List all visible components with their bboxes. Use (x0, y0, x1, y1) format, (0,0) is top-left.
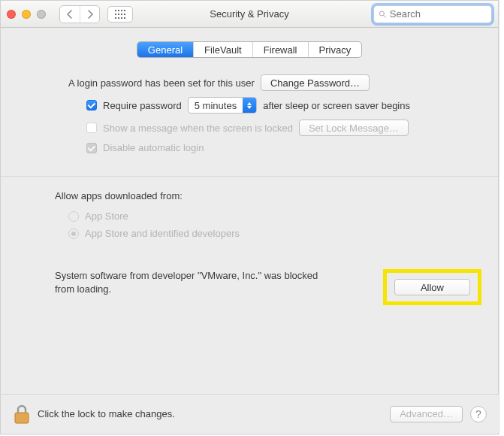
lock-icon[interactable] (14, 404, 30, 424)
gatekeeper-heading: Allow apps downloaded from: (55, 190, 474, 201)
allow-highlight: Allow (383, 269, 481, 305)
svg-rect-10 (121, 17, 122, 19)
show-lock-message-checkbox (86, 123, 97, 133)
minimize-icon[interactable] (22, 10, 31, 19)
radio-identified-developers (68, 229, 79, 239)
change-password-button[interactable]: Change Password… (261, 74, 370, 91)
radio-app-store-label: App Store (85, 210, 128, 222)
require-password-delay-value: 5 minutes (189, 100, 243, 111)
tab-firewall[interactable]: Firewall (252, 42, 308, 57)
content: General FileVault Firewall Privacy A log… (1, 28, 498, 305)
forward-button[interactable] (80, 6, 99, 23)
require-password-delay-popup[interactable]: 5 minutes (188, 97, 257, 114)
svg-rect-2 (121, 10, 122, 11)
help-button[interactable]: ? (470, 406, 487, 422)
search-field[interactable] (373, 5, 492, 23)
window-controls (7, 10, 46, 19)
titlebar: Security & Privacy (1, 1, 498, 28)
require-password-checkbox[interactable] (86, 100, 97, 111)
svg-rect-0 (115, 10, 116, 11)
radio-identified-developers-label: App Store and identified developers (85, 228, 240, 239)
svg-rect-7 (124, 14, 125, 15)
show-lock-message-label: Show a message when the screen is locked (103, 123, 293, 134)
back-button[interactable] (60, 6, 80, 23)
svg-rect-4 (115, 14, 116, 15)
blocked-kext-row: System software from developer "VMware, … (17, 269, 481, 305)
tab-segmented: General FileVault Firewall Privacy (137, 41, 362, 58)
search-input[interactable] (390, 8, 487, 20)
gatekeeper-section: Allow apps downloaded from: App Store Ap… (17, 190, 481, 239)
svg-rect-14 (15, 413, 29, 423)
disable-auto-login-label: Disable automatic login (103, 142, 204, 153)
tab-filevault[interactable]: FileVault (193, 42, 252, 57)
nav-back-forward (59, 5, 100, 23)
svg-rect-5 (118, 14, 119, 15)
chevron-up-down-icon (243, 98, 256, 113)
require-password-label: Require password (103, 100, 182, 111)
tab-row: General FileVault Firewall Privacy (17, 41, 481, 58)
blocked-kext-message: System software from developer "VMware, … (55, 269, 325, 295)
advanced-button: Advanced… (390, 406, 463, 422)
svg-line-13 (384, 15, 386, 17)
radio-app-store (68, 211, 79, 222)
login-section: A login password has been set for this u… (17, 74, 481, 165)
svg-rect-6 (121, 14, 122, 15)
footer: Click the lock to make changes. Advanced… (2, 394, 499, 433)
disable-auto-login-checkbox (86, 143, 97, 153)
divider (1, 176, 498, 177)
tab-privacy[interactable]: Privacy (308, 42, 362, 57)
zoom-icon (37, 10, 46, 19)
svg-rect-3 (124, 10, 125, 11)
show-all-button[interactable] (107, 6, 133, 23)
preferences-window: Security & Privacy General FileVault Fir… (0, 0, 499, 434)
svg-rect-1 (118, 10, 119, 11)
svg-rect-8 (115, 17, 116, 19)
lock-text: Click the lock to make changes. (38, 408, 175, 419)
login-password-label: A login password has been set for this u… (68, 77, 255, 89)
svg-rect-11 (124, 17, 125, 19)
close-icon[interactable] (7, 10, 16, 19)
svg-rect-9 (118, 17, 119, 19)
tab-general[interactable]: General (137, 42, 193, 57)
after-sleep-label: after sleep or screen saver begins (263, 100, 410, 111)
search-icon (379, 10, 387, 19)
svg-point-12 (379, 11, 384, 15)
set-lock-message-button: Set Lock Message… (299, 120, 409, 136)
allow-button[interactable]: Allow (394, 279, 470, 295)
